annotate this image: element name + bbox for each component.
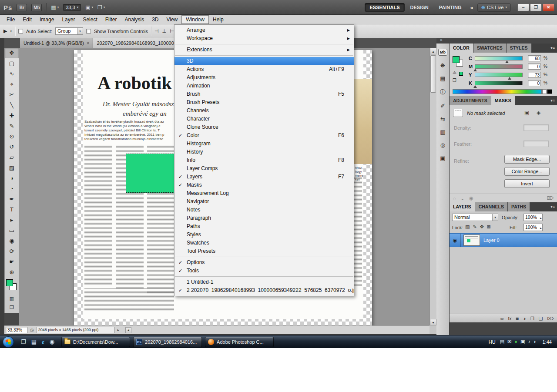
window-menu-histogram[interactable]: Histogram xyxy=(174,140,354,148)
taskbar-button[interactable]: Adobe Photoshop C... xyxy=(205,337,274,347)
histogram-icon[interactable]: ▤ xyxy=(440,75,445,82)
slider-track[interactable] xyxy=(475,73,523,77)
scroll-down-icon[interactable]: ▼ xyxy=(430,319,436,325)
foreground-color-swatch[interactable] xyxy=(6,279,13,286)
status-flyout-icon[interactable]: ▸ xyxy=(117,328,119,332)
menu-view[interactable]: View xyxy=(162,15,181,24)
layers-panel-menu-icon[interactable]: ▾≡ xyxy=(550,204,555,209)
view-extras-icon[interactable]: ▦▾ xyxy=(51,4,59,10)
window-menu-clone-source[interactable]: Clone Source xyxy=(174,123,354,131)
menu-help[interactable]: Help xyxy=(209,15,228,24)
tab-close-icon[interactable]: × xyxy=(87,40,89,46)
window-menu-notes[interactable]: Notes xyxy=(174,206,354,214)
show-desktop-icon[interactable]: ❐ xyxy=(21,338,26,345)
align-right-icon[interactable]: ⊢ xyxy=(170,28,174,34)
auto-select-checkbox[interactable] xyxy=(18,29,23,34)
window-menu-tools[interactable]: ✓Tools xyxy=(174,267,354,275)
tool-brush-tool[interactable]: ✎ xyxy=(5,121,19,131)
layer-thumbnail[interactable] xyxy=(463,235,480,246)
slider-value[interactable]: 0 xyxy=(528,80,541,86)
visibility-toggle[interactable]: ◉ xyxy=(450,234,461,247)
taskbar-button[interactable]: D:\Documents\Dow... xyxy=(61,337,130,347)
tool-quick-selection-tool[interactable]: ⌖ xyxy=(5,79,19,90)
align-center-icon[interactable]: ⊥ xyxy=(162,28,167,34)
menu-file[interactable]: File xyxy=(3,15,19,24)
lock-image-icon[interactable]: ✎ xyxy=(473,224,476,230)
window-menu-arrange[interactable]: Arrange▶ xyxy=(174,26,354,34)
masks-panel-menu-icon[interactable]: ▾≡ xyxy=(550,98,555,103)
lock-transparency-icon[interactable]: ▨ xyxy=(465,224,470,230)
adjustment-layer-icon[interactable]: ◑ xyxy=(523,316,526,321)
status-zoom-input[interactable]: 33,33% xyxy=(6,327,27,333)
scroll-left-icon[interactable]: ◂ xyxy=(125,327,131,333)
web-color-icon[interactable]: ❒ xyxy=(453,78,456,83)
tool-zoom-tool[interactable]: ⊕ xyxy=(5,267,19,278)
tray-app-icon[interactable]: ▤ xyxy=(500,339,504,345)
lock-all-icon[interactable]: ⊠ xyxy=(487,224,491,230)
clone-source-icon[interactable]: ⇆ xyxy=(440,116,445,122)
tab-adjustments[interactable]: ADJUSTMENTS xyxy=(450,96,491,105)
color-panel-menu-icon[interactable]: ▾≡ xyxy=(550,46,555,50)
window-menu-layer-comps[interactable]: Layer Comps xyxy=(174,164,354,173)
document-info[interactable]: 2048 pixels x 1465 pixels (200 ppi) xyxy=(37,327,115,333)
workspace-painting-button[interactable]: PAINTING xyxy=(434,3,466,12)
tab-color[interactable]: COLOR xyxy=(450,44,473,53)
color-range-button[interactable]: Color Range... xyxy=(504,167,550,176)
menu-3d[interactable]: 3D xyxy=(148,15,162,24)
fill-field[interactable]: 100%▸ xyxy=(523,224,543,231)
document-tab[interactable]: Untitled-1 @ 33,3% (RGB/8)× xyxy=(20,38,93,48)
window-menu-paragraph[interactable]: Paragraph xyxy=(174,214,354,222)
align-left-icon[interactable]: ⊣ xyxy=(154,28,159,34)
window-menu-paths[interactable]: Paths xyxy=(174,222,354,231)
color-spectrum-bar[interactable] xyxy=(453,89,542,94)
slider-thumb[interactable] xyxy=(473,85,477,88)
workspace-overflow-button[interactable]: » xyxy=(470,4,473,11)
menu-window[interactable]: Window xyxy=(181,15,209,24)
white-swatch[interactable] xyxy=(542,89,547,94)
media-player-icon[interactable]: ◉ xyxy=(50,338,54,345)
window-menu-measurement-log[interactable]: Measurement Log xyxy=(174,189,354,198)
vertical-scrollbar[interactable]: ▲ ▼ xyxy=(429,48,436,325)
new-group-icon[interactable]: ❐ xyxy=(530,316,534,321)
window-menu-1-untitled-1[interactable]: 1 Untitled-1 xyxy=(174,278,354,286)
auto-select-dropdown[interactable]: Group▾ xyxy=(55,27,83,35)
slider-track[interactable] xyxy=(475,56,523,60)
invert-button[interactable]: Invert xyxy=(504,179,550,188)
maximize-button[interactable]: ❐ xyxy=(530,3,542,11)
taskbar-button[interactable]: Ps202070_19862984016... xyxy=(133,337,202,347)
window-menu-brush-presets[interactable]: Brush Presets xyxy=(174,98,354,107)
tool-eyedropper-tool[interactable]: ╲ xyxy=(5,100,19,111)
window-menu-3d[interactable]: 3D xyxy=(174,57,354,65)
window-menu-animation[interactable]: Animation xyxy=(174,82,354,90)
tool-pen-tool[interactable]: ✒ xyxy=(5,194,19,204)
tab-channels[interactable]: CHANNELS xyxy=(475,202,508,211)
collapse-dock-icon[interactable]: « xyxy=(440,37,443,42)
window-menu-info[interactable]: InfoF8 xyxy=(174,156,354,164)
window-menu-color[interactable]: ✓ColorF6 xyxy=(174,131,354,140)
tray-mail-icon[interactable]: ✉ xyxy=(507,339,511,345)
tray-status-icon[interactable]: ● xyxy=(514,339,517,345)
tray-display-icon[interactable]: ▣ xyxy=(520,339,525,345)
navigator-icon[interactable]: ◎ xyxy=(440,142,445,148)
slider-value[interactable]: 68 xyxy=(528,55,541,61)
slider-track[interactable] xyxy=(475,64,523,69)
window-menu-options[interactable]: ✓Options xyxy=(174,258,354,267)
menu-layer[interactable]: Layer xyxy=(58,15,79,24)
tool-3d-rotate-tool[interactable]: ◉ xyxy=(5,236,19,246)
tab-swatches[interactable]: SWATCHES xyxy=(473,44,507,53)
info-icon[interactable]: ⓘ xyxy=(440,88,446,96)
mini-bridge-button[interactable]: Mb xyxy=(31,4,42,11)
zoom-level-input[interactable]: 33,3▾ xyxy=(63,4,81,11)
tool-history-brush-tool[interactable]: ↺ xyxy=(5,142,19,152)
window-menu-workspace[interactable]: Workspace▶ xyxy=(174,34,354,43)
menu-image[interactable]: Image xyxy=(36,15,58,24)
window-menu-brush[interactable]: BrushF5 xyxy=(174,90,354,98)
mini-bridge-icon[interactable]: Mb xyxy=(438,49,447,56)
add-vector-mask-icon[interactable]: ◈ xyxy=(537,110,540,116)
kuler-icon[interactable]: ❋ xyxy=(440,62,445,69)
window-menu-adjustments[interactable]: Adjustments xyxy=(174,74,354,82)
tray-volume-mixer-icon[interactable]: ♪ xyxy=(528,339,530,345)
panel-foreground-swatch[interactable] xyxy=(453,56,460,63)
close-button[interactable]: ✕ xyxy=(543,3,554,11)
window-menu-character[interactable]: Character xyxy=(174,115,354,123)
